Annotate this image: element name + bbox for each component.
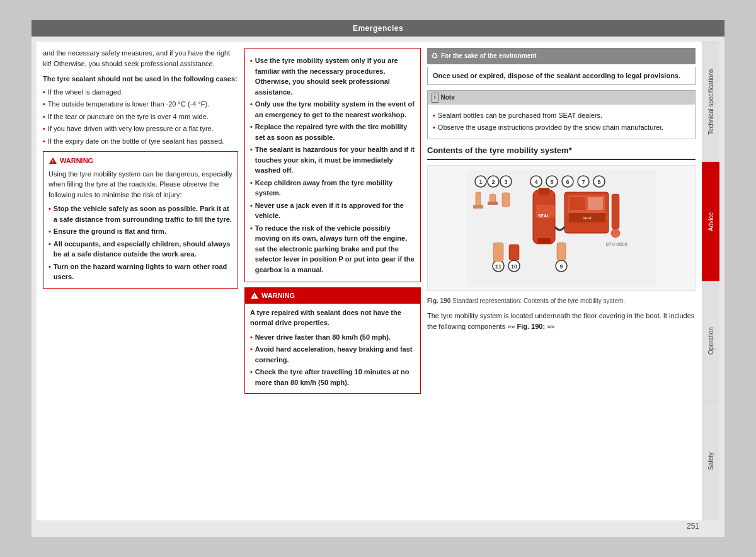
list-item: If the tear or puncture on the tyre is o…: [43, 112, 238, 122]
environment-box: ♻ For the sake of the environment Once u…: [427, 48, 696, 85]
list-item: Only use the tyre mobility system in the…: [250, 99, 415, 120]
warning-body-text: Using the tyre mobility system can be da…: [49, 169, 232, 200]
svg-text:4: 4: [534, 179, 537, 185]
warning-triangle-icon-2: !: [250, 292, 259, 299]
list-item: Sealant bottles can be purchased from SE…: [433, 110, 690, 121]
list-item: Replace the repaired tyre with the tire …: [250, 122, 415, 142]
svg-rect-46: [509, 244, 519, 260]
note-box: i Note Sealant bottles can be purchased …: [427, 90, 696, 139]
warning-triangle-icon: !: [49, 157, 57, 164]
svg-text:87V-0808: 87V-0808: [606, 241, 628, 247]
list-item: If the expiry date on the bottle of tyre…: [43, 136, 238, 147]
svg-text:!: !: [52, 159, 54, 164]
warning-body-2: A tyre repaired with sealant does not ha…: [245, 304, 420, 394]
tab-advice[interactable]: Advice: [702, 161, 719, 281]
svg-text:6: 6: [566, 179, 569, 185]
svg-rect-34: [588, 197, 603, 210]
list-item: Never use a jack even if it is approved …: [250, 200, 415, 221]
svg-rect-47: [557, 243, 566, 260]
env-header: ♻ For the sake of the environment: [427, 48, 696, 64]
note-header: i Note: [428, 91, 695, 105]
caution-box: Use the tyre mobility system only if you…: [244, 48, 421, 282]
list-item: If you have driven with very low pressur…: [43, 123, 238, 134]
main-content: and the necessary safety measures, and i…: [37, 42, 702, 520]
list-item: Avoid hard acceleration, heavy braking a…: [250, 344, 415, 365]
svg-rect-25: [502, 193, 510, 207]
svg-text:7: 7: [581, 179, 585, 185]
svg-rect-30: [537, 238, 551, 243]
warning-box-2: ! WARNING A tyre repaired with sealant d…: [244, 287, 421, 394]
svg-rect-27: [538, 188, 550, 195]
warning-bullets: Stop the vehicle safely as soon as possi…: [49, 204, 232, 282]
side-tabs: Technical specifications Advice Operatio…: [702, 42, 719, 520]
svg-text:SEAT: SEAT: [582, 216, 592, 220]
middle-column: Use the tyre mobility system only if you…: [244, 48, 421, 514]
svg-text:8: 8: [597, 179, 600, 185]
contents-section-title: Contents of the tyre mobility system*: [427, 144, 696, 161]
list-item: Never drive faster than 80 km/h (50 mph)…: [250, 332, 415, 343]
body-text: The tyre mobility system is located unde…: [427, 311, 696, 331]
warning-header-1: ! WARNING: [49, 156, 232, 166]
list-item: To reduce the risk of the vehicle possib…: [250, 223, 415, 275]
section-title: The tyre sealant should not be used in t…: [43, 74, 238, 84]
svg-text:SEAL: SEAL: [538, 214, 550, 218]
warning-box-1: ! WARNING Using the tyre mobility system…: [43, 151, 238, 289]
list-item: The outside temperature is lower than -2…: [43, 99, 238, 110]
bullet-list: If the wheel is damaged. The outside tem…: [43, 87, 238, 147]
list-item: Stop the vehicle safely as soon as possi…: [49, 204, 232, 224]
svg-text:11: 11: [495, 263, 501, 270]
list-item: If the wheel is damaged.: [43, 87, 238, 98]
note-body: Sealant bottles can be purchased from SE…: [428, 105, 695, 139]
svg-text:1: 1: [479, 179, 482, 185]
list-item: Turn on the hazard warning lights to war…: [49, 261, 232, 282]
svg-rect-24: [488, 202, 498, 205]
tyre-diagram: 1 2 3 4 5: [427, 165, 696, 291]
page-number: 251: [687, 522, 699, 531]
tab-technical-specifications[interactable]: Technical specifications: [702, 42, 719, 161]
svg-text:2: 2: [491, 179, 495, 185]
diagram-svg: 1 2 3 4 5: [467, 170, 656, 287]
svg-rect-22: [473, 205, 483, 209]
list-item: Check the tyre after travelling 10 minut…: [250, 367, 415, 388]
header-title: Emergencies: [353, 24, 403, 33]
svg-text:!: !: [254, 294, 255, 299]
intro-text: and the necessary safety measures, and i…: [43, 48, 238, 69]
svg-text:9: 9: [559, 263, 563, 270]
list-item: Ensure the ground is flat and firm.: [49, 226, 232, 237]
svg-rect-37: [612, 194, 619, 229]
list-item: All occupants, and especially children, …: [49, 239, 232, 260]
list-item: Observe the usage instructions provided …: [433, 122, 690, 133]
env-body: Once used or expired, dispose of the sea…: [427, 67, 696, 86]
svg-text:5: 5: [550, 179, 553, 185]
svg-rect-45: [493, 243, 503, 261]
svg-point-38: [611, 229, 620, 238]
tab-operation[interactable]: Operation: [702, 281, 719, 401]
list-item: Keep children away from the tyre mobilit…: [250, 178, 415, 198]
left-column: and the necessary safety measures, and i…: [43, 48, 238, 514]
warning-header-2: ! WARNING: [245, 288, 420, 304]
list-item: The sealant is hazardous for your health…: [250, 144, 415, 176]
list-item: Use the tyre mobility system only if you…: [250, 55, 415, 97]
svg-text:3: 3: [504, 179, 507, 185]
svg-rect-33: [570, 197, 585, 210]
page: Emergencies and the necessary safety mea…: [32, 20, 724, 537]
tab-safety[interactable]: Safety: [702, 401, 719, 520]
svg-text:10: 10: [511, 263, 517, 270]
page-header: Emergencies: [32, 20, 724, 37]
right-column: ♻ For the sake of the environment Once u…: [427, 48, 696, 514]
warning-2-bullets: Never drive faster than 80 km/h (50 mph)…: [250, 332, 415, 388]
figure-caption: Fig. 190 Standard representation: Conten…: [427, 296, 696, 306]
